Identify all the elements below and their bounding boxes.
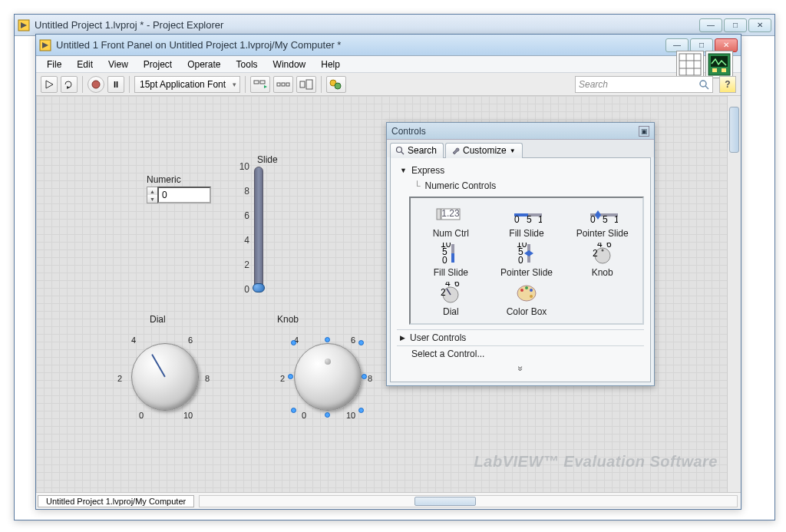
palette-item-dial[interactable]: 246 Dial xyxy=(415,283,487,317)
svg-text:5: 5 xyxy=(603,214,608,224)
palette-user-controls[interactable]: ▶ User Controls xyxy=(397,329,644,346)
bg-minimize-button[interactable]: — xyxy=(699,18,722,32)
palette-select-control[interactable]: Select a Control... xyxy=(397,346,644,362)
slide-control[interactable]: Slide 10 8 6 4 2 0 xyxy=(251,154,278,289)
svg-marker-49 xyxy=(524,250,533,256)
numeric-control[interactable]: Numeric ▲▼ 0 xyxy=(147,174,211,203)
scrollbar-thumb[interactable] xyxy=(729,107,739,153)
selection-handle[interactable] xyxy=(288,374,293,379)
separator xyxy=(82,76,83,93)
palette-pin-button[interactable]: ▣ xyxy=(639,126,649,137)
separator xyxy=(321,76,322,93)
svg-rect-16 xyxy=(254,81,259,84)
fg-title-bar[interactable]: Untitled 1 Front Panel on Untitled Proje… xyxy=(36,35,741,56)
wrench-icon xyxy=(451,146,460,155)
pause-button[interactable]: II xyxy=(107,76,124,93)
slide-thumb[interactable] xyxy=(253,283,265,292)
selection-handle[interactable] xyxy=(291,408,296,413)
selection-handle[interactable] xyxy=(358,408,364,413)
palette-item-fill-slide-v[interactable]: 1050 Fill Slide xyxy=(415,243,487,278)
svg-text:2: 2 xyxy=(593,248,598,259)
svg-text:2: 2 xyxy=(441,287,446,298)
alignment-grid-icon[interactable] xyxy=(676,51,704,78)
palette-subcategory[interactable]: └ Numeric Controls xyxy=(397,178,644,193)
svg-text:10: 10 xyxy=(538,214,542,224)
context-help-button[interactable]: ? xyxy=(719,76,736,93)
svg-marker-13 xyxy=(46,81,53,88)
svg-rect-4 xyxy=(679,54,701,75)
distribute-button[interactable] xyxy=(273,76,293,93)
horizontal-scrollbar[interactable] xyxy=(199,495,738,507)
lv-icon xyxy=(39,39,51,51)
dial-label: Dial xyxy=(150,314,219,325)
menu-tools[interactable]: Tools xyxy=(230,58,264,71)
resize-objects-button[interactable] xyxy=(296,76,316,93)
svg-point-28 xyxy=(397,147,402,153)
run-button[interactable] xyxy=(41,76,58,93)
palette-category[interactable]: ▼ Express xyxy=(397,163,644,178)
font-selector[interactable]: 15pt Application Font xyxy=(134,76,240,93)
dial-control[interactable]: Dial 0 2 4 6 8 10 xyxy=(111,314,219,426)
svg-text:10: 10 xyxy=(614,214,618,224)
palette-search-tab[interactable]: Search xyxy=(390,143,444,158)
palette-customize-tab[interactable]: Customize▼ xyxy=(445,143,523,158)
palette-item-knob[interactable]: 246 Knob xyxy=(566,243,638,278)
palette-item-fill-slide-h[interactable]: 0510 Fill Slide xyxy=(491,204,563,239)
palette-icon-grid: 1.23 Num Ctrl 0510 Fill Slide 0510 Point… xyxy=(409,197,644,325)
controls-palette[interactable]: Controls ▣ Search Customize▼ ▼ Express xyxy=(386,122,655,386)
palette-item-num-ctrl[interactable]: 1.23 Num Ctrl xyxy=(415,204,487,239)
reorder-button[interactable] xyxy=(326,76,346,93)
palette-title-bar[interactable]: Controls ▣ xyxy=(387,123,654,140)
run-continuous-button[interactable] xyxy=(61,76,78,93)
toolbar: II 15pt Application Font Search ? xyxy=(36,73,741,96)
svg-rect-12 xyxy=(722,68,726,72)
svg-rect-32 xyxy=(437,209,441,220)
svg-text:5: 5 xyxy=(527,214,532,224)
menu-edit[interactable]: Edit xyxy=(71,58,99,71)
knob-control[interactable]: Knob 0 2 4 6 8 10 xyxy=(274,314,381,426)
bg-close-button[interactable]: ✕ xyxy=(748,18,771,32)
menu-file[interactable]: File xyxy=(41,58,68,71)
align-button[interactable] xyxy=(250,76,270,93)
knob-face[interactable] xyxy=(294,343,362,411)
svg-text:0: 0 xyxy=(518,255,523,266)
fg-window-title: Untitled 1 Front Panel on Untitled Proje… xyxy=(56,39,665,51)
status-tab[interactable]: Untitled Project 1.lvproj/My Computer xyxy=(38,495,194,507)
palette-expand-chevron[interactable]: » xyxy=(397,362,644,377)
palette-item-pointer-slide-v[interactable]: 1050 Pointer Slide xyxy=(491,243,563,278)
menu-view[interactable]: View xyxy=(102,58,134,71)
selection-handle[interactable] xyxy=(362,374,367,379)
svg-line-27 xyxy=(705,86,708,89)
abort-button[interactable] xyxy=(88,76,104,93)
menu-project[interactable]: Project xyxy=(137,58,178,71)
numeric-value[interactable]: 0 xyxy=(157,187,211,203)
dial-face[interactable] xyxy=(131,343,199,411)
selection-handle[interactable] xyxy=(325,337,330,342)
bg-window-title: Untitled Project 1.lvproj * - Project Ex… xyxy=(35,19,699,31)
svg-text:6: 6 xyxy=(454,282,460,289)
vi-icon[interactable] xyxy=(705,51,733,78)
selection-handle[interactable] xyxy=(358,340,364,345)
scrollbar-thumb[interactable] xyxy=(414,497,476,506)
vertical-scrollbar[interactable] xyxy=(727,96,741,492)
bg-maximize-button[interactable]: □ xyxy=(724,18,747,32)
menu-window[interactable]: Window xyxy=(267,58,312,71)
bg-title-bar[interactable]: Untitled Project 1.lvproj * - Project Ex… xyxy=(15,15,774,36)
selection-handle[interactable] xyxy=(291,340,296,345)
knob-indicator xyxy=(325,359,331,365)
separator xyxy=(129,76,130,93)
menu-help[interactable]: Help xyxy=(315,58,346,71)
svg-rect-11 xyxy=(712,68,717,72)
slide-track[interactable] xyxy=(254,167,263,289)
search-input[interactable]: Search xyxy=(575,76,713,93)
svg-text:1.23: 1.23 xyxy=(442,208,461,219)
menu-operate[interactable]: Operate xyxy=(181,58,226,71)
palette-item-color-box[interactable]: Color Box xyxy=(491,283,563,317)
palette-item-pointer-slide-h[interactable]: 0510 Pointer Slide xyxy=(566,204,638,239)
slide-label: Slide xyxy=(257,154,278,165)
selection-handle[interactable] xyxy=(325,412,330,418)
svg-point-26 xyxy=(700,81,706,87)
numeric-spinner[interactable]: ▲▼ xyxy=(147,187,157,203)
front-panel-canvas[interactable]: Numeric ▲▼ 0 Slide 10 8 6 4 2 0 xyxy=(36,96,741,492)
svg-point-67 xyxy=(530,295,533,298)
